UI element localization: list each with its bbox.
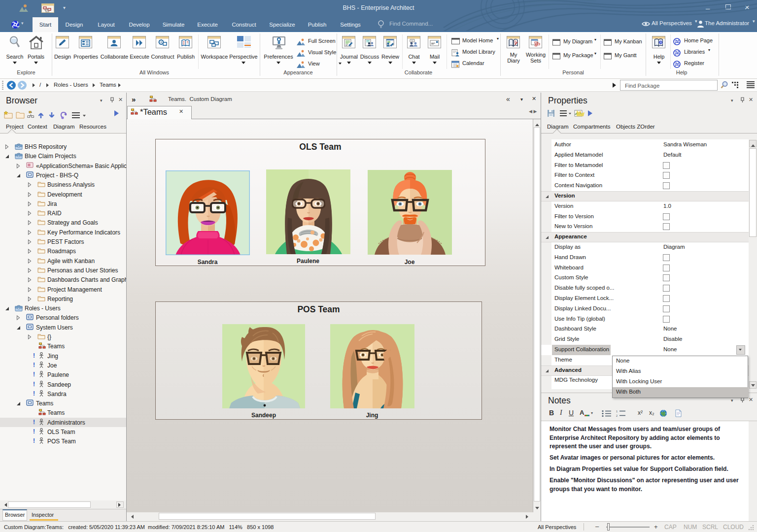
svg-text:2: 2: [616, 414, 618, 417]
svg-text:1: 1: [616, 410, 618, 413]
